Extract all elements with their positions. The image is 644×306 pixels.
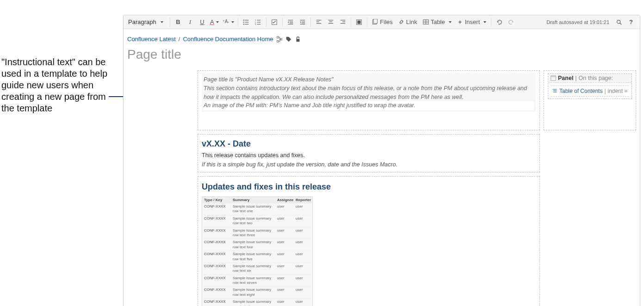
align-left-button[interactable]: [313, 16, 325, 28]
jira-row: CONF-XXXXSample issue summary row text t…: [202, 215, 312, 227]
files-icon: [372, 19, 378, 25]
editor-toolbar: Paragraph B I U A ⁺A˅ 123: [124, 15, 640, 29]
breadcrumb: Confluence Latest / Confluence Documenta…: [127, 36, 636, 43]
redo-button[interactable]: [505, 16, 517, 28]
jira-row: CONF-XXXXSample issue summary row text e…: [202, 286, 312, 298]
svg-rect-33: [374, 19, 378, 24]
svg-text:3: 3: [255, 23, 256, 25]
insert-button[interactable]: + Insert: [454, 16, 489, 28]
jira-row: CONF-XXXXSample issue summary row text o…: [202, 203, 312, 215]
layout-cell-updates[interactable]: Updates and fixes in this release Type /…: [198, 176, 540, 306]
autosave-status: Draft autosaved at 19:01:21: [543, 19, 613, 25]
find-button[interactable]: [613, 16, 625, 28]
table-button[interactable]: Table: [420, 16, 454, 28]
divider: [282, 18, 283, 27]
divider: [367, 18, 367, 27]
svg-line-39: [620, 23, 622, 24]
help-button[interactable]: ?: [625, 16, 637, 28]
number-list-button[interactable]: 123: [252, 16, 264, 28]
indent-button[interactable]: [297, 16, 309, 28]
svg-rect-31: [358, 20, 361, 24]
breadcrumb-home-link[interactable]: Confluence Documentation Home: [183, 36, 273, 43]
labels-icon[interactable]: [285, 36, 292, 43]
jira-row: CONF-XXXXSample issue summary row text s…: [202, 263, 312, 275]
align-right-button[interactable]: [337, 16, 349, 28]
bold-button[interactable]: B: [172, 16, 184, 28]
paragraph-style-dropdown[interactable]: Paragraph: [126, 17, 168, 27]
layout-cell-release[interactable]: vX.XX - Date This release contains updat…: [198, 134, 540, 172]
files-button[interactable]: Files: [369, 16, 395, 28]
underline-button[interactable]: U: [196, 16, 208, 28]
task-list-button[interactable]: [268, 16, 280, 28]
divider: [310, 18, 311, 27]
instructional-placeholder[interactable]: Page title is "Product Name vX.XX Releas…: [202, 73, 536, 112]
divider: [351, 18, 351, 27]
jira-row: CONF-XXXXSample issue summary row text t…: [202, 227, 312, 239]
callout-instructional-text: "Instructional text" can be used in a te…: [1, 56, 115, 114]
layout-cell-sidebar[interactable]: Panel | On this page: Table of Contents …: [544, 70, 636, 130]
divider: [266, 18, 266, 27]
jira-row: CONF-XXXXSample issue summary row text s…: [202, 275, 312, 287]
layout-cell-intro[interactable]: Page title is "Product Name vX.XX Releas…: [198, 70, 540, 130]
italic-button[interactable]: I: [184, 16, 196, 28]
plus-icon: +: [457, 19, 463, 25]
jira-row: CONF-XXXXSample issue summary row text n…: [202, 298, 312, 306]
toc-macro[interactable]: Table of Contents | indent = 0 | m: [551, 86, 629, 97]
link-icon: [398, 19, 404, 25]
breadcrumb-root-link[interactable]: Confluence Latest: [127, 36, 176, 43]
link-button[interactable]: Link: [396, 16, 420, 28]
svg-point-4: [244, 24, 244, 24]
page-title-input[interactable]: Page title: [124, 44, 640, 67]
jira-issues-macro[interactable]: Type / Key Summary Assignee Reporter CON…: [202, 196, 313, 306]
svg-rect-41: [277, 40, 279, 42]
divider: [491, 18, 491, 27]
divider: [170, 18, 170, 27]
outdent-button[interactable]: [285, 16, 297, 28]
table-icon: [423, 19, 429, 25]
toc-icon: [552, 88, 557, 94]
svg-point-38: [617, 20, 620, 23]
page-layout-button[interactable]: [353, 16, 365, 28]
release-body-text[interactable]: This release contains updates and fixes.: [202, 151, 536, 160]
svg-rect-43: [296, 39, 299, 42]
text-color-button[interactable]: A: [208, 16, 221, 28]
bullet-list-button[interactable]: [240, 16, 252, 28]
align-center-button[interactable]: [325, 16, 337, 28]
breadcrumb-separator: /: [179, 36, 180, 43]
location-icon[interactable]: [276, 36, 283, 43]
jira-row: CONF-XXXXSample issue summary row text f…: [202, 251, 312, 263]
more-formatting-button[interactable]: ⁺A˅: [221, 16, 236, 28]
jira-row: CONF-XXXXSample issue summary row text f…: [202, 239, 312, 251]
release-heading[interactable]: vX.XX - Date: [202, 137, 536, 151]
svg-rect-45: [551, 76, 556, 77]
panel-macro[interactable]: Panel | On this page: Table of Contents …: [548, 73, 632, 99]
editor-panel: Paragraph B I U A ⁺A˅ 123: [123, 15, 640, 306]
svg-point-0: [244, 20, 244, 20]
jira-header: Type / Key Summary Assignee Reporter: [202, 197, 312, 203]
divider: [238, 18, 238, 27]
restrictions-icon[interactable]: [295, 36, 301, 43]
undo-button[interactable]: [493, 16, 505, 28]
svg-rect-40: [277, 36, 279, 38]
updates-heading[interactable]: Updates and fixes in this release: [202, 179, 536, 195]
panel-icon: [550, 75, 556, 81]
svg-point-2: [244, 22, 244, 22]
release-hint-text[interactable]: If this is a simple bug fix, just update…: [202, 160, 536, 169]
